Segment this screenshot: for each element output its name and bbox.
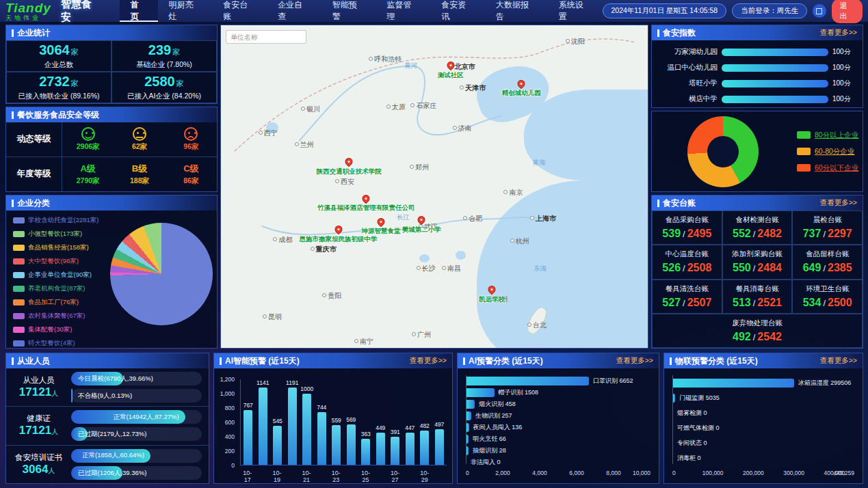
index-score: 100分 <box>832 63 857 72</box>
ledger-cell-0: 食品采购台账539/2495 <box>652 211 722 245</box>
x-axis-labels: 10-1710-1910-2110-2310-2510-2710-29 <box>240 470 447 479</box>
hbar-label: 冰箱温湿度 299506 <box>798 379 852 388</box>
brand-subtitle: 天地伟业 <box>5 15 51 21</box>
nav-item-3[interactable]: 企业自查 <box>267 0 321 22</box>
index-bar-track <box>722 64 828 72</box>
map-city-label: 天津市 <box>460 83 486 93</box>
fullscreen-button[interactable] <box>813 4 826 18</box>
personnel-bar-track: 已过期(1206人,39.36%) <box>71 466 202 480</box>
view-more-link[interactable]: 查看更多>> <box>616 356 653 366</box>
iot-categories-chart: 冰箱温湿度 299506门磁监测 5035烟雾检测 0可燃气体检测 0专间状态 … <box>664 368 863 483</box>
personnel-unit: 人 <box>48 467 55 474</box>
ledger-total-count: 2385 <box>828 262 852 273</box>
nav-item-6[interactable]: 食安资讯 <box>430 0 485 22</box>
bar-value-label: 391 <box>391 429 400 435</box>
index-name: 万家湖幼儿园 <box>655 47 718 57</box>
index-row-2: 塔旺小学100分 <box>655 79 857 88</box>
view-more-link[interactable]: 查看更多>> <box>410 356 447 366</box>
bar-group-1: 1141 <box>256 379 271 465</box>
nav-item-8[interactable]: 系统设置 <box>548 0 603 22</box>
brand-logo: Tiandy 天地伟业 <box>5 1 51 21</box>
hbar-fill <box>466 423 469 432</box>
map-marker-label: 测试社区 <box>438 71 464 80</box>
bar <box>361 439 370 465</box>
legend-label: 特大型餐饮(4家) <box>28 339 75 348</box>
personnel-bar-text: 正常(1858人,60.64%) <box>82 451 150 460</box>
donut-legend-swatch <box>797 148 811 155</box>
legend-label: 学校含幼托食堂(2281家) <box>28 216 98 225</box>
personnel-bar-text: 今日晨检(6790人,39.66%) <box>78 375 153 383</box>
map-search-input[interactable] <box>226 30 306 44</box>
bar-group-0: 767 <box>241 379 256 465</box>
x-tick-label: 6,000 <box>569 470 583 476</box>
grade-item-0: A级2790家 <box>62 157 114 192</box>
category-pie-chart <box>110 223 213 325</box>
ledger-slash: / <box>823 229 826 239</box>
index-bar-track <box>722 49 828 56</box>
map-marker-label: 竹溪县福泽酒店管理有限责任公司 <box>317 204 415 213</box>
grade-item-2: C级86家 <box>166 157 217 192</box>
ledger-slash: / <box>753 332 756 342</box>
index-name: 温口中心幼儿园 <box>655 63 718 72</box>
bar <box>317 412 326 465</box>
personnel-label: 健康证 <box>6 414 71 424</box>
grade-letter: C级 <box>183 163 198 175</box>
bar <box>406 433 415 465</box>
nav-item-0[interactable]: 首页 <box>120 0 158 22</box>
x-axis-ticks: 0100,000200,000300,000400,000449,259 <box>672 470 854 478</box>
map-city-label: 长沙 <box>417 264 436 273</box>
personnel-bar-text: 不合格(9人,0.13%) <box>78 392 132 401</box>
ledger-label: 环境卫生台账 <box>806 284 849 294</box>
index-name: 横店中学 <box>655 94 718 104</box>
main-nav: 首页明厨亮灶食安台账企业自查智能预警监督管理食安资讯大数据报告系统设置 <box>120 0 603 22</box>
x-tick-label: 10-23 <box>328 470 343 479</box>
panel-header: 企业分类 <box>6 195 217 211</box>
grade-items: A级2790家B级188家C级86家 <box>62 157 217 192</box>
bar-group-11: 447 <box>403 379 418 465</box>
bar <box>376 433 385 465</box>
ledger-total-count: 2508 <box>687 262 712 273</box>
nav-item-4[interactable]: 智能预警 <box>321 0 376 22</box>
bar-group-5: 744 <box>315 379 330 465</box>
plot-area: 口罩识别 6652帽子识别 1508烟火识别 458生物识别 257夜间人员闯入… <box>466 375 650 464</box>
bar <box>288 388 297 465</box>
personnel-bars: 今日晨检(6790人,39.66%)不合格(9人,0.13%) <box>71 368 209 406</box>
score-donut-chart <box>687 116 759 187</box>
ledger-total-count: 2521 <box>757 297 782 308</box>
index-row-3: 横店中学100分 <box>655 94 857 104</box>
map-city-label: 南宁 <box>354 337 373 347</box>
personnel-bar-track: 已过期(2179人,12.73%) <box>71 427 202 441</box>
hbar-fill <box>466 388 495 397</box>
personnel-side: 从业人员17121人 <box>6 375 71 399</box>
nav-item-1[interactable]: 明厨亮灶 <box>158 0 213 22</box>
view-more-link[interactable]: 查看更多>> <box>820 198 857 208</box>
legend-label: 小微型餐饮(173家) <box>28 230 82 239</box>
legend-item-5: 养老机构食堂(87家) <box>13 284 98 293</box>
bar <box>420 431 429 465</box>
ledger-cell-6: 餐具清洗台账527/2507 <box>652 280 722 314</box>
bar-group-12: 482 <box>417 379 432 465</box>
logout-button[interactable]: 退出 <box>832 0 863 23</box>
nav-item-5[interactable]: 监督管理 <box>376 0 431 22</box>
ledger-slash: / <box>823 263 826 273</box>
nav-item-7[interactable]: 大数据报告 <box>485 0 548 22</box>
index-score: 100分 <box>832 79 857 88</box>
personnel-number: 17121 <box>19 385 51 398</box>
personnel-row-0: 从业人员17121人今日晨检(6790人,39.66%)不合格(9人,0.13%… <box>6 368 209 407</box>
view-more-link[interactable]: 查看更多>> <box>820 28 857 38</box>
hbar-label: 烟火识别 458 <box>479 400 516 409</box>
x-tick-label <box>432 470 447 479</box>
legend-label: 养老机构食堂(87家) <box>28 284 85 293</box>
x-tick-label: 8,000 <box>606 470 620 476</box>
index-score: 100分 <box>832 94 857 104</box>
index-bar-track <box>722 96 828 103</box>
hbar-label: 专间状态 0 <box>677 439 707 448</box>
panel-ai-alert-chart: AI智能预警 (近15天) 查看更多>> 02004006008001,0001… <box>213 353 453 484</box>
bar-value-label: 559 <box>332 417 341 424</box>
view-more-link[interactable]: 查看更多>> <box>820 356 857 366</box>
legend-label: 集体配餐(30家) <box>28 325 72 334</box>
nav-item-2[interactable]: 食安台账 <box>212 0 267 22</box>
personnel-bar-track: 正常(14942人,87.27%) <box>71 410 202 424</box>
ledger-slash: / <box>683 298 685 308</box>
ledger-cell-4: 添加剂采购台账550/2484 <box>722 245 793 279</box>
